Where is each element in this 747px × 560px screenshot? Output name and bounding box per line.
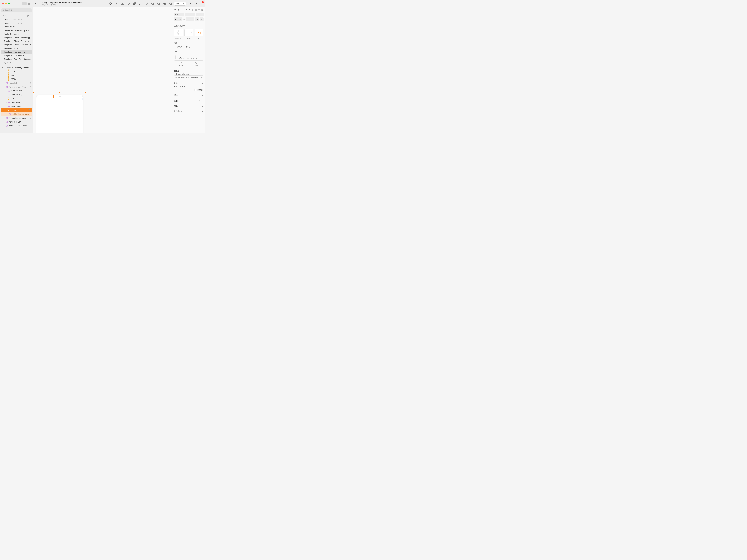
pin-edges-card[interactable] xyxy=(174,29,183,36)
page-item[interactable]: Guide - Colors xyxy=(0,25,33,29)
add-tint-icon[interactable]: + xyxy=(201,100,203,102)
preview-card[interactable] xyxy=(195,29,203,36)
page-item[interactable]: UI Components - iPhone xyxy=(0,18,33,22)
add-prototype-icon[interactable]: + xyxy=(201,42,203,45)
page-item[interactable]: Symbols xyxy=(0,61,33,65)
layer-row[interactable]: ▸Navigation Bar xyxy=(0,120,33,124)
localize-button[interactable]: 本地化 xyxy=(174,61,189,67)
group-icon[interactable] xyxy=(127,2,130,5)
layer-row[interactable]: Home Indicator xyxy=(0,81,33,85)
align-left-icon[interactable] xyxy=(174,8,176,11)
window-controls[interactable] xyxy=(0,3,10,4)
create-symbol-icon[interactable] xyxy=(109,2,112,5)
override-value-select[interactable]: System/Multitas…ator (iPad)/Light xyxy=(174,75,203,79)
page-item[interactable]: UI Components - iPad xyxy=(0,22,33,25)
unbind-button[interactable]: 解绑 xyxy=(189,61,203,67)
collapse-pages-icon[interactable] xyxy=(30,15,31,17)
insert-button[interactable] xyxy=(34,2,38,5)
sidebar-layers-toggle[interactable] xyxy=(22,2,27,5)
add-page-icon[interactable] xyxy=(27,15,29,17)
align-top-icon2[interactable] xyxy=(185,8,187,11)
page-item[interactable]: Templates - iPhone - Modal Sheet xyxy=(0,43,33,47)
distribute-v-icon[interactable] xyxy=(198,8,201,11)
page-item[interactable]: Guide - Text Styles and Dynamic… xyxy=(0,29,33,32)
blend-mode-stepper[interactable] xyxy=(202,86,203,87)
align-bottom-icon2[interactable] xyxy=(191,8,194,11)
canvas[interactable] xyxy=(33,7,172,133)
opacity-value[interactable]: 100% xyxy=(197,89,203,92)
align-bottom-icon[interactable] xyxy=(121,2,125,5)
preview-icon[interactable] xyxy=(188,2,192,5)
svg-point-30 xyxy=(3,9,4,11)
close-window[interactable] xyxy=(2,3,4,4)
scale-icon[interactable] xyxy=(132,2,136,5)
align-hcenter-icon[interactable] xyxy=(177,8,180,11)
sidebar-components-toggle[interactable] xyxy=(27,2,31,5)
rotation-input[interactable]: 0° xyxy=(196,12,204,17)
export-header: 制作导出项 xyxy=(174,110,183,113)
subtract-icon[interactable] xyxy=(156,2,160,5)
multitasking-indicator-selection[interactable] xyxy=(53,95,66,98)
add-shadow-icon[interactable]: + xyxy=(201,105,203,108)
layer-row[interactable]: Background xyxy=(0,104,33,108)
union-icon[interactable] xyxy=(150,2,154,5)
opacity-slider[interactable] xyxy=(174,90,196,91)
notifications-icon[interactable]: 1 xyxy=(200,2,204,5)
h-input[interactable]: 836H xyxy=(186,17,194,21)
layer-row[interactable]: ▸Search Field xyxy=(0,101,33,104)
svg-marker-29 xyxy=(189,3,191,4)
layer-row[interactable]: ▸Tab Bar - iPad - Regular xyxy=(0,124,33,128)
page-item[interactable]: Templates - iPad Splitview xyxy=(1,50,32,54)
flip-v-icon[interactable] xyxy=(200,17,204,21)
tidy-icon[interactable] xyxy=(201,8,204,11)
slideover-artboard[interactable] xyxy=(36,95,83,133)
svg-rect-79 xyxy=(192,9,192,10)
cloud-icon[interactable] xyxy=(194,2,198,5)
link-wh-icon[interactable]: ⇅ xyxy=(183,17,185,21)
svg-point-108 xyxy=(176,77,177,78)
svg-rect-4 xyxy=(28,4,29,4)
minimize-window[interactable] xyxy=(5,3,7,4)
difference-icon[interactable] xyxy=(169,2,172,5)
artboard-header[interactable]: ▾ iPad Multitasking Splitvie… xyxy=(0,66,33,70)
x-input[interactable]: 769X xyxy=(174,12,184,17)
layer-row[interactable]: 文本Date xyxy=(0,73,33,77)
y-input[interactable]: 0Y xyxy=(185,12,195,17)
layer-row[interactable]: Controls - Left xyxy=(0,89,33,93)
zoom-select[interactable]: 86% xyxy=(174,2,186,5)
svg-rect-2 xyxy=(28,3,29,3)
layer-row[interactable]: ▾Navigation Bar - Co… xyxy=(0,85,33,89)
edit-icon[interactable] xyxy=(138,2,143,5)
page-item[interactable]: Templates - iPad - Form Sheet, Pa… xyxy=(0,57,33,61)
tint-help-icon[interactable]: ? xyxy=(198,100,200,102)
svg-rect-13 xyxy=(122,3,122,4)
page-item[interactable]: Templates - Home xyxy=(0,47,33,50)
page-item[interactable]: Templates - iPhone - Tabbed App xyxy=(0,36,33,40)
page-item[interactable]: Templates - iPhone - Parent and… xyxy=(0,40,33,43)
svg-rect-74 xyxy=(186,9,187,10)
w-input[interactable]: 425W xyxy=(174,17,182,21)
flip-h-icon[interactable] xyxy=(195,17,199,21)
align-right-icon[interactable] xyxy=(180,8,183,11)
crop-dropdown-icon[interactable] xyxy=(145,2,148,5)
layer-row[interactable]: Multitasking Indicator xyxy=(1,112,32,116)
page-item[interactable]: Templates - iPad Sidebar xyxy=(0,54,33,57)
intersect-icon[interactable] xyxy=(162,2,166,5)
layer-row[interactable]: ▾Slideover xyxy=(1,108,32,112)
layer-search[interactable]: 搜索图层 xyxy=(1,8,32,12)
page-item[interactable]: Guide - Safe Areas xyxy=(0,32,33,36)
layer-row[interactable]: ▸Controls - Right xyxy=(0,93,33,97)
document-title-block[interactable]: Design Templates + Components + Guides.s… xyxy=(42,1,85,6)
layer-row[interactable]: 文本Time xyxy=(0,70,33,73)
align-vcenter-icon[interactable] xyxy=(188,8,191,11)
fullscreen-window[interactable] xyxy=(8,3,10,4)
symbol-instance-box[interactable]: Light Apple iOS UI/Vie…eover (iPad Only)… xyxy=(174,54,203,60)
layer-row[interactable]: 文本100% xyxy=(0,77,33,81)
add-export-icon[interactable]: + xyxy=(201,110,203,113)
layer-row[interactable]: Multitasking Indicator xyxy=(0,116,33,120)
distribute-h-icon[interactable] xyxy=(195,8,197,11)
layer-row[interactable]: 文本Title xyxy=(0,97,33,101)
fix-on-scroll-checkbox[interactable]: 滚动时保持固定 xyxy=(174,45,203,48)
align-top-icon[interactable] xyxy=(114,2,119,5)
fix-size-card[interactable] xyxy=(184,29,193,36)
